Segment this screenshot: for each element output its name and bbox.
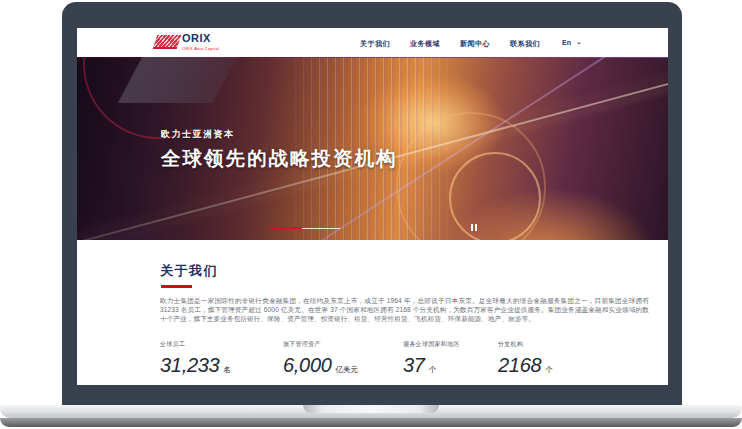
hero-kicker: 欧力士亚洲资本 [161, 128, 398, 141]
stat-value: 2168 [498, 354, 541, 377]
language-label: En [562, 39, 571, 46]
nav-item-contact[interactable]: 联系我们 [510, 39, 540, 49]
stat-unit: 名 [223, 365, 231, 375]
stat-unit: 个 [429, 365, 437, 375]
title-underline [161, 285, 192, 288]
laptop-bezel: ORIX ORIX Asia Capital 关于我们 业务领域 新闻中心 联系… [62, 2, 682, 405]
website-screen: ORIX ORIX Asia Capital 关于我们 业务领域 新闻中心 联系… [77, 28, 668, 385]
stat-assets-under-management: 旗下管理资产 6,000 亿美元 [283, 340, 403, 377]
language-selector[interactable]: En ⌄ [562, 38, 582, 46]
section-title: 关于我们 [160, 262, 218, 280]
laptop-notch [303, 405, 439, 413]
logo-subtext: ORIX Asia Capital [182, 46, 219, 51]
stat-unit: 个 [545, 365, 553, 375]
orix-logo-icon [153, 35, 182, 49]
nav-item-news[interactable]: 新闻中心 [460, 39, 490, 49]
stat-branches: 分支机构 2168 个 [498, 340, 650, 377]
pause-icon[interactable] [468, 222, 480, 232]
stat-global-employees: 全球员工 31,233 名 [160, 340, 283, 377]
stat-label: 分支机构 [498, 340, 650, 349]
site-header: ORIX ORIX Asia Capital 关于我们 业务领域 新闻中心 联系… [77, 28, 668, 57]
stat-value: 37 [403, 354, 425, 377]
laptop-base [0, 405, 742, 418]
carousel-progress-elapsed [270, 227, 302, 229]
carousel-progress-remaining [302, 228, 340, 229]
logo-wordmark: ORIX [182, 33, 219, 44]
nav-item-about[interactable]: 关于我们 [360, 39, 390, 49]
stat-unit: 亿美元 [336, 365, 359, 375]
hero-banner: 欧力士亚洲资本 全球领先的战略投资机构 [77, 57, 668, 240]
about-section: 关于我们 欧力士集团是一家国际性的非银行类金融集团，在纽约及东京上市，成立于 1… [77, 240, 668, 385]
laptop-base-edge [0, 418, 742, 427]
stat-label: 服务全球国家和地区 [403, 340, 498, 349]
chevron-down-icon: ⌄ [576, 38, 582, 46]
page-background: ORIX ORIX Asia Capital 关于我们 业务领域 新闻中心 联系… [0, 0, 742, 429]
about-paragraph: 欧力士集团是一家国际性的非银行类金融集团，在纽约及东京上市，成立于 1964 年… [160, 296, 649, 323]
stat-label: 旗下管理资产 [283, 340, 403, 349]
hero-title: 全球领先的战略投资机构 [161, 145, 398, 172]
stats-row: 全球员工 31,233 名 旗下管理资产 6,000 亿美元 [160, 340, 650, 377]
stat-label: 全球员工 [160, 340, 283, 349]
stat-countries-served: 服务全球国家和地区 37 个 [403, 340, 498, 377]
orix-logo[interactable]: ORIX ORIX Asia Capital [155, 33, 219, 51]
nav-item-business[interactable]: 业务领域 [410, 39, 440, 49]
stat-value: 31,233 [160, 354, 219, 377]
stat-value: 6,000 [283, 354, 332, 377]
